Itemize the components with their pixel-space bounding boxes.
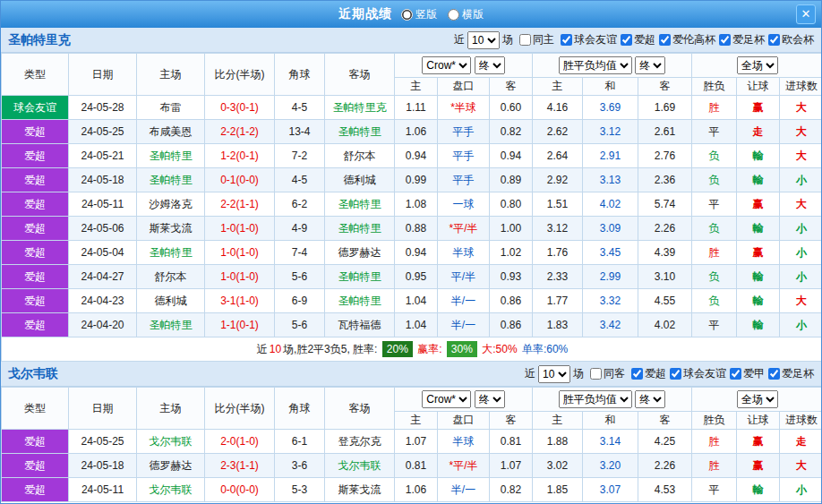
league-filter[interactable]: 爱伦高杯 (655, 32, 715, 47)
section-header-bar: 圣帕特里克 近 10 场 同主 球会友谊爱超爱伦高杯爱足杯欧会杯 (1, 28, 821, 53)
league-filter[interactable]: 爱超 (617, 32, 655, 47)
away-team: 圣帕特里 (325, 265, 395, 289)
corner-score: 6-1 (275, 430, 325, 454)
col-let: 让球 (737, 78, 780, 96)
odds-source-select[interactable]: Crow* (422, 390, 471, 408)
avg-final-select[interactable]: 终 (635, 390, 665, 408)
col-odds-home: 主 (395, 78, 438, 96)
close-button[interactable]: ✕ (796, 4, 816, 24)
league-checkbox[interactable] (621, 34, 632, 46)
match-row: 球会友谊 24-05-28 布雷 0-3(0-1) 4-5 圣帕特里克 1.11… (2, 96, 822, 120)
horizontal-layout-radio[interactable]: 横版 (448, 7, 484, 22)
window-title: 近期战绩 (338, 6, 392, 22)
result-cell: 负 (692, 289, 737, 313)
summary-part: 场,胜2平3负5, 胜率: (283, 343, 381, 355)
odds-home: 1.06 (395, 120, 438, 144)
odds-source-select[interactable]: Crow* (422, 56, 471, 74)
title-bar: 近期战绩 竖版 横版 ✕ (1, 1, 821, 28)
home-team: 德利城 (137, 289, 205, 313)
recent-count-select[interactable]: 10 (538, 365, 570, 383)
near-label: 近 (525, 366, 535, 381)
league-checkbox[interactable] (768, 34, 780, 46)
result-cell: 负 (692, 265, 737, 289)
let-cell: 赢 (737, 192, 780, 217)
col-avg-away: 客 (638, 78, 692, 96)
avg-away: 4.55 (638, 289, 692, 313)
league-filter[interactable]: 爱足杯 (765, 366, 814, 381)
recent-count-select[interactable]: 10 (467, 31, 500, 49)
league-checkbox[interactable] (719, 34, 731, 46)
away-team: 戈尔韦联 (325, 454, 395, 478)
avg-source-select[interactable]: 胜平负均值 (559, 390, 632, 408)
team-name: 圣帕特里克 (8, 32, 71, 48)
match-date: 24-05-28 (69, 96, 137, 120)
avg-draw: 3.32 (583, 289, 638, 313)
league-filter[interactable]: 球会友谊 (557, 32, 617, 47)
summary-text: 近10场,胜2平3负5, 胜率: 20% 赢率: 30% 大:50% 单率:60… (2, 337, 822, 362)
goals-cell: 大 (780, 144, 822, 168)
let-cell: 輸 (737, 144, 780, 168)
avg-final-select[interactable]: 终 (635, 56, 665, 74)
league-checkbox[interactable] (670, 368, 681, 380)
odds-away: 0.60 (490, 96, 533, 120)
league-checkbox[interactable] (659, 34, 671, 46)
match-row: 爱超 24-04-20 圣帕特里 1-1(0-1) 5-6 瓦特福德 1.04 … (2, 313, 822, 337)
same-venue-filter[interactable]: 同主 (516, 32, 554, 47)
odds-final-select[interactable]: 终 (475, 390, 505, 408)
league-filter[interactable]: 爱甲 (726, 366, 765, 381)
handicap-odds: 平手 (438, 168, 490, 192)
same-venue-checkbox[interactable] (590, 368, 602, 380)
avg-away: 5.74 (638, 192, 692, 217)
avg-draw: 3.14 (583, 430, 638, 454)
match-score: 3-1(1-0) (205, 289, 275, 313)
vertical-radio-input[interactable] (401, 9, 413, 21)
odds-home: 1.08 (395, 192, 438, 217)
col-avg-away: 客 (638, 412, 692, 430)
league-filter[interactable]: 爱超 (628, 366, 666, 381)
summary-part: 赢率: (415, 343, 445, 355)
same-venue-checkbox[interactable] (519, 34, 531, 46)
league-type: 爱超 (2, 120, 69, 144)
let-cell: 走 (737, 120, 780, 144)
goals-cell: 小 (780, 241, 822, 265)
result-cell: 负 (692, 144, 737, 168)
match-date: 24-05-11 (69, 478, 137, 502)
horizontal-radio-input[interactable] (448, 9, 459, 21)
avg-draw: 3.20 (583, 454, 638, 478)
league-type: 爱超 (2, 217, 69, 241)
col-handicap: 盘口 (438, 78, 490, 96)
odds-away: 0.82 (490, 120, 533, 144)
scope-group-header: 全场 (692, 54, 822, 78)
league-filter[interactable]: 爱足杯 (715, 32, 765, 47)
summary-part: 30% (447, 341, 477, 357)
handicap-odds: 平手 (438, 144, 490, 168)
league-type: 爱超 (2, 168, 69, 192)
match-score: 0-1(0-0) (205, 168, 275, 192)
avg-home: 1.77 (533, 289, 583, 313)
league-filter[interactable]: 欧会杯 (765, 32, 814, 47)
league-type: 爱超 (2, 144, 69, 168)
col-handicap: 盘口 (438, 412, 490, 430)
odds-final-select[interactable]: 终 (475, 56, 505, 74)
vertical-layout-radio[interactable]: 竖版 (401, 7, 437, 22)
league-checkbox[interactable] (561, 34, 572, 46)
odds-away: 1.02 (490, 241, 533, 265)
match-score: 2-2(1-2) (205, 120, 275, 144)
scope-select[interactable]: 全场 (737, 390, 778, 408)
match-date: 24-05-25 (69, 430, 137, 454)
avg-draw: 3.45 (583, 241, 638, 265)
league-checkbox[interactable] (631, 368, 643, 380)
league-checkbox[interactable] (730, 368, 741, 380)
avg-source-select[interactable]: 胜平负均值 (559, 56, 632, 74)
match-date: 24-05-18 (69, 454, 137, 478)
scope-select[interactable]: 全场 (737, 56, 778, 74)
match-date: 24-05-04 (69, 241, 137, 265)
league-filter[interactable]: 球会友谊 (666, 366, 726, 381)
col-date: 日期 (69, 54, 137, 96)
summary-part: 10 (270, 343, 281, 355)
match-score: 2-2(1-1) (205, 192, 275, 217)
away-team: 登克尔克 (325, 430, 395, 454)
league-checkbox[interactable] (768, 368, 780, 380)
home-team: 德罗赫达 (137, 454, 205, 478)
same-venue-filter[interactable]: 同客 (587, 366, 625, 381)
